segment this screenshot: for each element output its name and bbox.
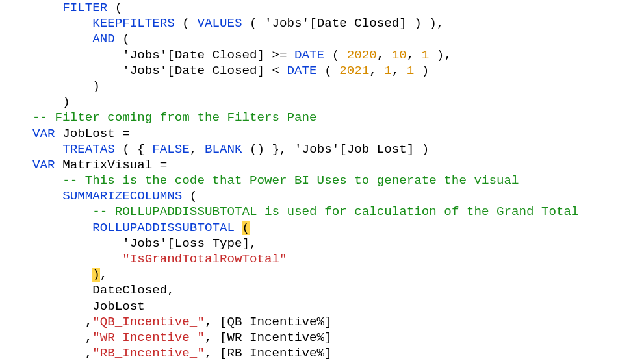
num-1: 1 — [384, 64, 392, 78]
var-dateclosed-ref: DateClosed — [92, 283, 167, 297]
fn-blank: BLANK — [205, 142, 242, 156]
keyword-var: VAR — [32, 127, 55, 141]
fn-treatas: TREATAS — [62, 142, 115, 156]
var-matrixvisual: MatrixVisual — [62, 158, 152, 172]
measure-rb: [RB Incentive%] — [220, 346, 332, 360]
num-2020: 2020 — [347, 48, 377, 62]
string-qb: "QB_Incentive_" — [92, 315, 205, 329]
dax-code-block: FILTER ( KEEPFILTERS ( VALUES ( 'Jobs'[D… — [0, 0, 644, 361]
measure-qb: [QB Incentive%] — [220, 315, 332, 329]
equals: = — [122, 127, 130, 141]
keyword-var: VAR — [32, 158, 55, 172]
equals: = — [160, 158, 168, 172]
keyword-filter: FILTER — [62, 1, 107, 15]
fn-rollupaddissubtotal: ROLLUPADDISSUBTOTAL — [92, 221, 235, 235]
num-1: 1 — [422, 48, 430, 62]
num-1: 1 — [407, 64, 415, 78]
num-10: 10 — [392, 48, 407, 62]
highlight-open-paren: ( — [242, 221, 250, 235]
col-job-lost: 'Jobs'[Job Lost] — [294, 142, 414, 156]
comment-powerbi: -- This is the code that Power BI Uses t… — [62, 173, 519, 188]
measure-wr: [WR Incentive%] — [220, 330, 332, 345]
col-date-closed: 'Jobs'[Date Closed] — [122, 48, 264, 62]
comment-rollup: -- ROLLUPADDISSUBTOTAL is used for calcu… — [92, 205, 578, 219]
string-rb: "RB_Incentive_" — [92, 346, 205, 360]
fn-summarizecolumns: SUMMARIZECOLUMNS — [62, 189, 182, 203]
var-joblost: JobLost — [62, 127, 115, 141]
var-joblost-ref: JobLost — [92, 299, 145, 314]
highlight-close-paren: ) — [92, 268, 100, 282]
col-date-closed: 'Jobs'[Date Closed] — [122, 64, 264, 78]
string-isgrandtotal: "IsGrandTotalRowTotal" — [122, 252, 287, 266]
keyword-false: FALSE — [152, 142, 190, 156]
fn-values: VALUES — [197, 16, 242, 31]
fn-date: DATE — [294, 48, 324, 62]
col-loss-type: 'Jobs'[Loss Type] — [122, 236, 250, 251]
keyword-keepfilters: KEEPFILTERS — [92, 16, 175, 31]
comment-filters-pane: -- Filter coming from the Filters Pane — [32, 110, 317, 125]
fn-date: DATE — [287, 64, 317, 78]
keyword-and: AND — [92, 32, 115, 46]
num-2021: 2021 — [339, 64, 369, 78]
string-wr: "WR_Incentive_" — [92, 330, 205, 345]
col-date-closed: 'Jobs'[Date Closed] — [264, 16, 407, 31]
